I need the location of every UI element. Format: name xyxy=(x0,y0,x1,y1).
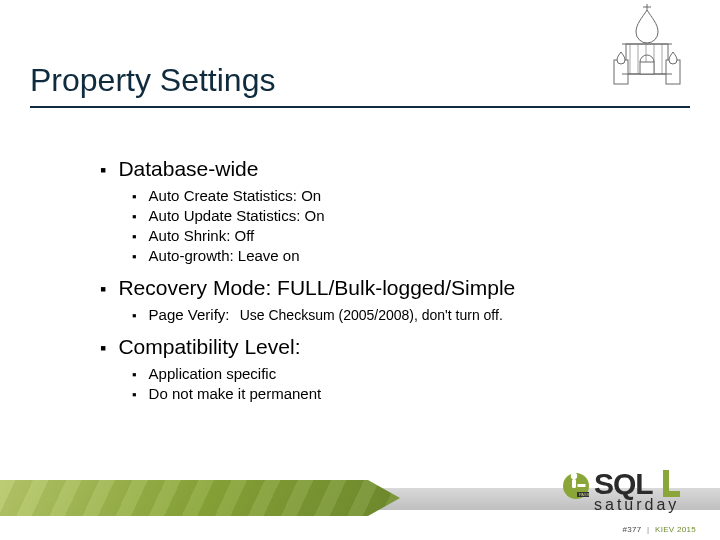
bullet-label: Auto Update Statistics: On xyxy=(149,207,325,224)
logo-saturday-text: saturday xyxy=(594,496,679,513)
svg-point-8 xyxy=(571,473,577,479)
slide-title: Property Settings xyxy=(30,62,275,99)
event-number: #377 xyxy=(623,525,642,534)
bullet-label: Do not make it permanent xyxy=(149,385,322,402)
square-bullet-icon: ▪ xyxy=(132,189,137,204)
sub-bullet: ▪ Do not make it permanent xyxy=(132,385,660,402)
svg-rect-9 xyxy=(578,484,586,487)
square-bullet-icon: ▪ xyxy=(132,229,137,244)
bullet-label: Page Verify: xyxy=(149,306,230,323)
bullet-label: Application specific xyxy=(149,365,277,382)
sub-bullet-page-verify: ▪ Page Verify: Use Checksum (2005/2008),… xyxy=(132,306,660,323)
sub-bullet: ▪ Application specific xyxy=(132,365,660,382)
bullet-recovery-mode: ▪ Recovery Mode: FULL/Bulk-logged/Simple xyxy=(100,276,660,300)
sql-saturday-logo: PASS SQL saturday xyxy=(558,460,698,526)
footer-green-stripe xyxy=(0,480,400,516)
bullet-label: Database-wide xyxy=(118,157,258,181)
square-bullet-icon: ▪ xyxy=(100,279,106,300)
bullet-label: Auto Shrink: Off xyxy=(149,227,255,244)
title-underline xyxy=(30,106,690,108)
content-area: ▪ Database-wide ▪ Auto Create Statistics… xyxy=(100,145,660,405)
separator-icon: | xyxy=(647,525,649,534)
event-tag: #377 | KIEV 2015 xyxy=(623,525,696,534)
slide: Property Settings ▪ Database-wide ▪ Auto… xyxy=(0,0,720,540)
bullet-label: Recovery Mode: FULL/Bulk-logged/Simple xyxy=(118,276,515,300)
sub-bullet: ▪ Auto Create Statistics: On xyxy=(132,187,660,204)
svg-rect-7 xyxy=(572,479,576,488)
page-verify-note: Use Checksum (2005/2008), don't turn off… xyxy=(240,307,503,323)
square-bullet-icon: ▪ xyxy=(100,160,106,181)
bullet-label: Compatibility Level: xyxy=(118,335,300,359)
bullet-compatibility-level: ▪ Compatibility Level: xyxy=(100,335,660,359)
square-bullet-icon: ▪ xyxy=(132,308,137,323)
bullet-label: Auto-growth: Leave on xyxy=(149,247,300,264)
square-bullet-icon: ▪ xyxy=(100,338,106,359)
bullet-label: Auto Create Statistics: On xyxy=(149,187,322,204)
svg-rect-5 xyxy=(640,62,654,74)
event-year: 2015 xyxy=(677,525,696,534)
bullet-database-wide: ▪ Database-wide xyxy=(100,157,660,181)
sub-bullet: ▪ Auto-growth: Leave on xyxy=(132,247,660,264)
sub-bullet: ▪ Auto Shrink: Off xyxy=(132,227,660,244)
logo-pass-text: PASS xyxy=(579,492,590,497)
church-illustration xyxy=(592,4,702,94)
square-bullet-icon: ▪ xyxy=(132,387,137,402)
square-bullet-icon: ▪ xyxy=(132,249,137,264)
event-city: KIEV xyxy=(655,525,674,534)
square-bullet-icon: ▪ xyxy=(132,367,137,382)
square-bullet-icon: ▪ xyxy=(132,209,137,224)
sub-bullet: ▪ Auto Update Statistics: On xyxy=(132,207,660,224)
